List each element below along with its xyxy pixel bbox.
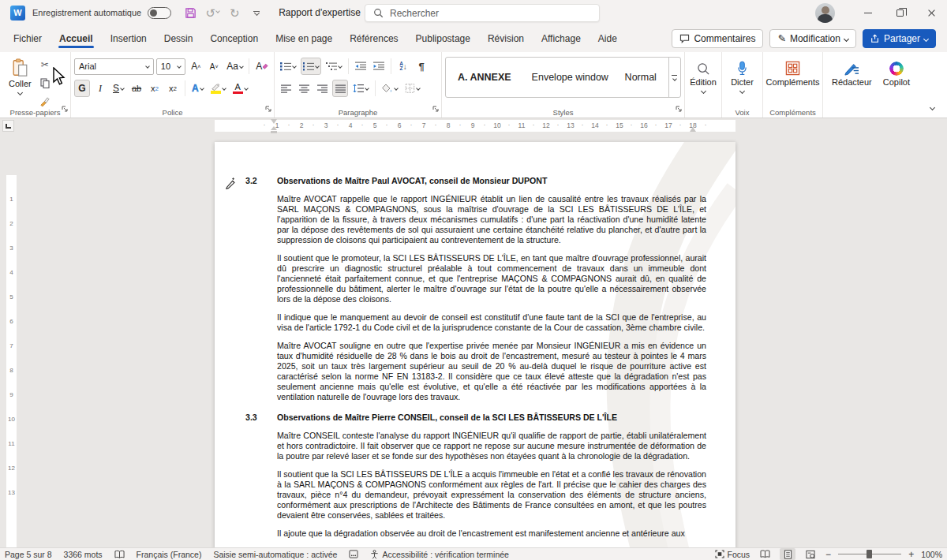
tab-dessin[interactable]: Dessin xyxy=(155,28,202,50)
find-button[interactable]: Édition xyxy=(688,54,718,93)
collapse-ribbon-button[interactable] xyxy=(930,99,934,113)
read-mode-button[interactable] xyxy=(757,548,773,560)
format-painter-button[interactable] xyxy=(37,92,53,110)
tab-affichage[interactable]: Affichage xyxy=(533,28,590,50)
vertical-ruler[interactable]: 12345678910111213 xyxy=(6,134,17,547)
sort-button[interactable]: AZ ↓ xyxy=(395,58,411,75)
subscript-button[interactable]: x2 xyxy=(147,80,163,97)
document-title-menu[interactable]: Rapport d'expertise xyxy=(279,7,369,18)
shrink-font-button[interactable]: A˅ xyxy=(206,58,222,75)
section-heading-3-2[interactable]: 3.2 Observations de Maître Paul AVOCAT, … xyxy=(245,176,706,186)
text-effects-button[interactable]: A xyxy=(189,80,206,97)
h-ruler-scale[interactable]: 1·2·3·4·5·6·7·8·9·10·11·12·13·14·15·16·1… xyxy=(215,120,736,132)
first-line-indent-marker[interactable] xyxy=(271,119,277,124)
editor-button[interactable]: Rédacteur xyxy=(826,54,878,87)
tab-stop-selector[interactable] xyxy=(2,120,14,132)
paragraph[interactable]: Il soutient que la SCI LES BÂTISSEURS DE… xyxy=(277,469,706,521)
autosave-toggle[interactable] xyxy=(148,7,171,19)
underline-button[interactable]: S xyxy=(110,80,126,97)
paragraph[interactable]: Il soutient que le promoteur, la SCI LES… xyxy=(277,253,706,304)
tab-insertion[interactable]: Insertion xyxy=(102,28,155,50)
bold-button[interactable]: G xyxy=(74,80,90,97)
decrease-indent-button[interactable] xyxy=(353,58,369,75)
comments-button[interactable]: Commentaires xyxy=(672,29,763,48)
shading-button[interactable] xyxy=(380,80,400,97)
superscript-button[interactable]: x2 xyxy=(165,80,181,97)
restore-button[interactable] xyxy=(884,0,915,25)
paragraph[interactable]: Maître AVOCAT souligne en outre que l'ex… xyxy=(277,341,706,402)
show-marks-button[interactable]: ¶ xyxy=(414,58,429,75)
cut-button[interactable]: ✂ xyxy=(37,56,53,73)
zoom-slider-handle[interactable] xyxy=(867,550,872,558)
document-page[interactable]: 3.2 Observations de Maître Paul AVOCAT, … xyxy=(215,142,736,547)
grow-font-button[interactable]: A˄ xyxy=(188,58,204,75)
paragraph[interactable]: Maître CONSEIL conteste l'analyse du rap… xyxy=(277,431,706,461)
justify-button[interactable] xyxy=(332,80,348,97)
multilevel-list-button[interactable] xyxy=(324,58,344,75)
zoom-in-button[interactable]: + xyxy=(908,550,914,559)
page-indicator[interactable]: Page 5 sur 8 xyxy=(5,550,52,559)
right-indent-marker[interactable] xyxy=(690,127,696,132)
align-right-button[interactable] xyxy=(314,80,330,97)
paste-button[interactable]: Coller xyxy=(3,54,37,110)
italic-button[interactable]: I xyxy=(92,80,108,97)
horizontal-ruler[interactable]: 1·2·3·4·5·6·7·8·9·10·11·12·13·14·15·16·1… xyxy=(0,118,947,134)
clipboard-dialog-launcher[interactable] xyxy=(62,101,68,115)
tab-fichier[interactable]: Fichier xyxy=(5,28,51,50)
search-input[interactable]: Rechercher xyxy=(365,4,600,22)
highlight-button[interactable] xyxy=(208,80,228,97)
web-layout-button[interactable] xyxy=(803,548,818,560)
word-count[interactable]: 3366 mots xyxy=(64,550,103,559)
left-indent-marker[interactable] xyxy=(271,126,277,133)
paragraph[interactable]: Il indique que le manquement au devoir d… xyxy=(277,312,706,333)
text-predictions-toggle[interactable] xyxy=(349,550,358,558)
print-layout-button[interactable] xyxy=(780,548,795,560)
accessibility-status[interactable]: Accessibilité : vérification terminée xyxy=(370,550,508,559)
language-indicator[interactable]: Français (France) xyxy=(137,550,202,559)
minimize-button[interactable] xyxy=(852,0,884,25)
style-normal[interactable]: Normal xyxy=(615,58,667,97)
tab-conception[interactable]: Conception xyxy=(201,28,267,50)
bullets-button[interactable] xyxy=(278,58,298,75)
dictate-button[interactable]: Dicter xyxy=(725,54,759,93)
page-content[interactable]: 3.2 Observations de Maître Paul AVOCAT, … xyxy=(215,142,736,539)
font-color-button[interactable]: A xyxy=(230,80,250,97)
account-avatar[interactable] xyxy=(815,3,835,23)
proofing-status[interactable] xyxy=(114,550,125,559)
tab-references[interactable]: Références xyxy=(341,28,406,50)
font-size-select[interactable]: 10 xyxy=(156,58,185,75)
font-dialog-launcher[interactable] xyxy=(265,101,271,115)
addins-button[interactable]: Compléments xyxy=(766,54,819,87)
editing-mode-button[interactable]: ✎ Modification xyxy=(769,29,856,48)
tab-revision[interactable]: Révision xyxy=(479,28,533,50)
zoom-level[interactable]: 100% xyxy=(921,550,942,559)
line-spacing-button[interactable] xyxy=(350,80,371,97)
borders-button[interactable] xyxy=(402,80,422,97)
qat-overflow-button[interactable] xyxy=(247,3,266,22)
numbering-button[interactable] xyxy=(301,58,321,75)
zoom-out-button[interactable]: − xyxy=(825,550,831,559)
paragraph[interactable]: Il ajoute que la dégradation observée au… xyxy=(277,528,706,539)
focus-mode-button[interactable]: Focus xyxy=(715,550,750,559)
increase-indent-button[interactable] xyxy=(371,58,387,75)
change-case-button[interactable]: Aa xyxy=(224,58,245,75)
share-button[interactable]: Partager xyxy=(863,29,936,48)
styles-gallery-more-button[interactable] xyxy=(668,58,680,97)
paragraph[interactable]: Maître AVOCAT rappelle que le rapport IN… xyxy=(277,194,706,245)
font-name-select[interactable]: Arial xyxy=(74,58,154,75)
section-heading-3-3[interactable]: 3.3 Observations de Maître Pierre CONSEI… xyxy=(245,413,706,423)
paragraph-dialog-launcher[interactable] xyxy=(432,101,439,115)
strikethrough-button[interactable]: ab xyxy=(129,80,144,97)
style-annexe[interactable]: A. ANNEXE xyxy=(447,58,522,97)
style-envelope-window[interactable]: Envelope window xyxy=(522,58,615,97)
copilot-button[interactable]: Copilot xyxy=(878,54,915,87)
tab-publipostage[interactable]: Publipostage xyxy=(407,28,479,50)
align-left-button[interactable] xyxy=(278,80,294,97)
close-button[interactable] xyxy=(915,0,947,25)
copy-button[interactable] xyxy=(37,74,53,91)
autocomplete-status[interactable]: Saisie semi-automatique : activée xyxy=(213,550,337,559)
tab-mise-en-page[interactable]: Mise en page xyxy=(267,28,341,50)
save-button[interactable] xyxy=(181,3,200,22)
zoom-slider[interactable] xyxy=(838,554,901,554)
clear-formatting-button[interactable]: A xyxy=(253,58,271,75)
